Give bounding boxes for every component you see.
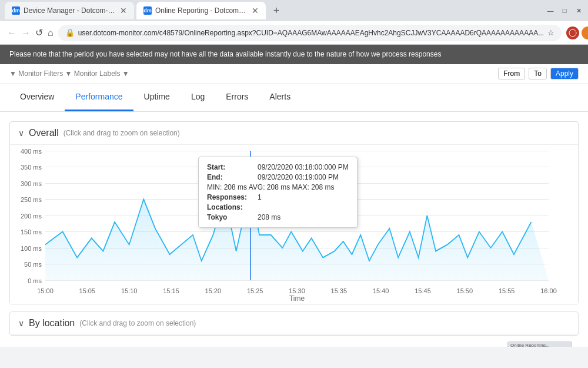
tooltip-responses-value: 1 <box>258 193 262 201</box>
x-label-1550: 15:50 <box>457 287 473 294</box>
browser-tab-2[interactable]: dm Online Reporting - Dotcom-Moni... ✕ <box>136 2 266 19</box>
tab-log[interactable]: Log <box>181 84 215 111</box>
tooltip-responses-label: Responses: <box>207 193 254 201</box>
tooltip-end-value: 09/20/2020 03:19:000 PM <box>258 173 339 181</box>
y-label-400: 400 ms <box>21 148 42 155</box>
close-button[interactable]: ✕ <box>574 6 583 15</box>
tab1-close[interactable]: ✕ <box>120 6 127 15</box>
minimap-preview: Online Reporting... <box>507 342 572 347</box>
tooltip-tokyo-row: Tokyo 208 ms <box>207 213 349 221</box>
x-label-1510: 15:10 <box>121 287 138 294</box>
tab2-title: Online Reporting - Dotcom-Moni... <box>155 6 248 15</box>
extension1-button[interactable] <box>566 26 579 39</box>
x-label-1525: 15:25 <box>247 287 263 294</box>
y-label-100: 100 ms <box>21 245 42 252</box>
overall-chart-area[interactable]: 400 ms 350 ms 300 ms 250 ms 200 ms <box>10 145 578 304</box>
overall-collapse-icon[interactable]: ∨ <box>18 128 24 138</box>
chart-inner: 400 ms 350 ms 300 ms 250 ms 200 ms <box>45 151 549 280</box>
x-label-1515: 15:15 <box>163 287 179 294</box>
overall-header: ∨ Overall (Click and drag to zoom on sel… <box>10 122 578 145</box>
url-text: user.dotcom-monitor.com/c48579/OnlineRep… <box>78 29 544 37</box>
tooltip-locations-label: Locations: <box>207 203 254 211</box>
browser-actions: I <box>566 25 588 41</box>
home-button[interactable]: ⌂ <box>48 26 54 40</box>
y-label-0: 0 ms <box>28 277 42 284</box>
x-label-1600: 16:00 <box>540 287 557 294</box>
ext1-icon <box>569 29 577 37</box>
title-bar: dm Device Manager - Dotcom-Moni... ✕ dm … <box>0 0 588 21</box>
tooltip-responses-row: Responses: 1 <box>207 193 349 201</box>
overall-section: ∨ Overall (Click and drag to zoom on sel… <box>9 121 579 304</box>
page-content: Please note that the period you have sel… <box>0 45 588 347</box>
minimap-title-bar: Online Reporting... <box>508 342 572 347</box>
y-label-50: 50 ms <box>24 261 42 268</box>
new-tab-button[interactable]: + <box>268 2 285 19</box>
back-button[interactable]: ← <box>7 26 16 40</box>
svg-point-0 <box>569 29 576 37</box>
title-bar-controls: — □ ✕ <box>546 6 583 15</box>
y-label-300: 300 ms <box>21 180 42 187</box>
reload-button[interactable]: ↺ <box>35 26 43 40</box>
tooltip-start-value: 09/20/2020 03:18:00:000 PM <box>258 163 349 171</box>
tooltip-start-row: Start: 09/20/2020 03:18:00:000 PM <box>207 163 349 171</box>
apply-button[interactable]: Apply <box>550 68 579 79</box>
date-from[interactable]: From <box>498 68 525 79</box>
tab2-icon: dm <box>143 6 152 15</box>
forward-button[interactable]: → <box>21 26 31 40</box>
tooltip-tokyo-value: 208 ms <box>258 213 280 221</box>
content-area: ∨ Overall (Click and drag to zoom on sel… <box>0 112 588 347</box>
x-label-1530: 15:30 <box>289 287 305 294</box>
minimap-content: Online Reporting... <box>508 342 572 347</box>
extension2-button[interactable] <box>582 26 588 39</box>
tooltip-start-label: Start: <box>207 163 254 171</box>
tab-performance[interactable]: Performance <box>65 84 133 111</box>
by-location-title: By location <box>29 318 75 329</box>
by-location-section: ∨ By location (Click and drag to zoom on… <box>9 311 579 336</box>
x-label-1540: 15:40 <box>373 287 389 294</box>
tooltip-stats-row: MIN: 208 ms AVG: 208 ms MAX: 208 ms <box>207 183 349 191</box>
grid-line-0: 0 ms <box>45 280 549 281</box>
x-label-1505: 15:05 <box>79 287 96 294</box>
browser-tab-1[interactable]: dm Device Manager - Dotcom-Moni... ✕ <box>5 2 134 19</box>
y-label-350: 350 ms <box>21 164 42 171</box>
filter-controls: ▼ Monitor Filters ▼ Monitor Labels ▼ <box>9 68 129 79</box>
x-label-1555: 15:55 <box>499 287 515 294</box>
x-label-1535: 15:35 <box>331 287 348 294</box>
filter-bar: ▼ Monitor Filters ▼ Monitor Labels ▼ Fro… <box>0 64 588 84</box>
url-bar[interactable]: 🔒 user.dotcom-monitor.com/c48579/OnlineR… <box>58 25 562 41</box>
tooltip-stats: MIN: 208 ms AVG: 208 ms MAX: 208 ms <box>207 183 335 191</box>
x-label-1545: 15:45 <box>415 287 431 294</box>
tab1-title: Device Manager - Dotcom-Moni... <box>24 6 116 15</box>
y-label-150: 150 ms <box>21 228 42 236</box>
tab-uptime[interactable]: Uptime <box>133 84 181 111</box>
date-controls: From To Apply <box>498 68 579 79</box>
overall-title: Overall <box>29 128 59 138</box>
by-location-hint: (Click and drag to zoom on selection) <box>79 319 196 327</box>
tooltip-locations-row: Locations: <box>207 203 349 211</box>
tab2-close[interactable]: ✕ <box>252 6 259 15</box>
tab-alerts[interactable]: Alerts <box>259 84 301 111</box>
x-label-1500: 15:00 <box>37 287 54 294</box>
date-to[interactable]: To <box>529 68 547 79</box>
tooltip-end-row: End: 09/20/2020 03:19:000 PM <box>207 173 349 181</box>
tab-errors[interactable]: Errors <box>215 84 259 111</box>
tab1-icon: dm <box>12 6 20 15</box>
overall-hint: (Click and drag to zoom on selection) <box>64 129 180 137</box>
address-bar: ← → ↺ ⌂ 🔒 user.dotcom-monitor.com/c48579… <box>0 21 588 45</box>
by-location-collapse-icon[interactable]: ∨ <box>18 319 24 328</box>
x-label-1520: 15:20 <box>205 287 222 294</box>
notice-bar: Please note that the period you have sel… <box>0 45 588 64</box>
y-label-250: 250 ms <box>21 196 42 203</box>
x-axis-title: Time <box>289 294 305 303</box>
minimize-button[interactable]: — <box>546 6 555 15</box>
notice-text: Please note that the period you have sel… <box>9 50 441 58</box>
tabs-navigation: Overview Performance Uptime Log Errors A… <box>0 84 588 112</box>
tooltip-end-label: End: <box>207 173 254 181</box>
filter-label: ▼ Monitor Filters ▼ Monitor Labels ▼ <box>9 69 129 78</box>
tab-overview[interactable]: Overview <box>9 84 65 111</box>
maximize-button[interactable]: □ <box>560 6 569 15</box>
chart-tooltip: Start: 09/20/2020 03:18:00:000 PM End: 0… <box>198 157 358 228</box>
browser-chrome: dm Device Manager - Dotcom-Moni... ✕ dm … <box>0 0 588 45</box>
star-icon[interactable]: ☆ <box>547 28 554 37</box>
y-label-200: 200 ms <box>21 213 42 220</box>
